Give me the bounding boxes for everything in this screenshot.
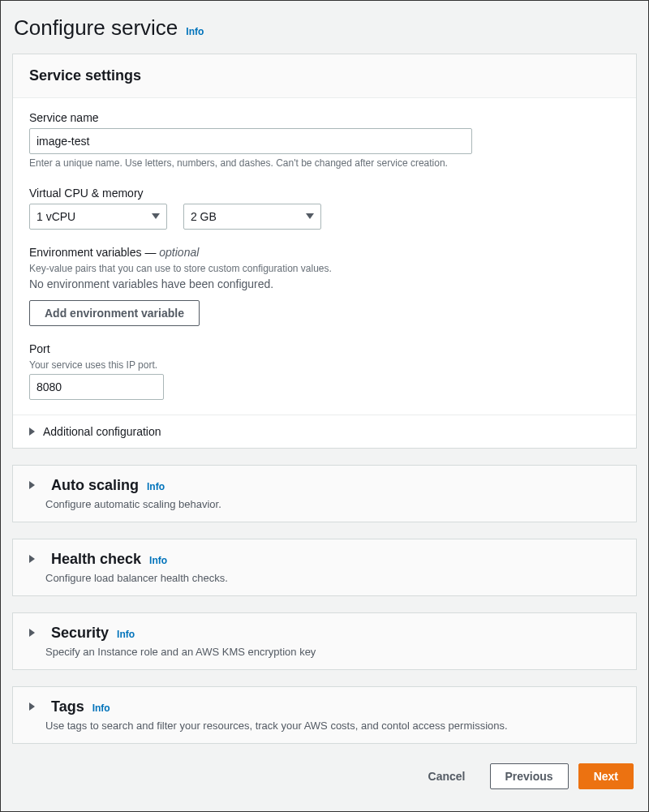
vcpu-memory-label: Virtual CPU & memory <box>29 187 620 200</box>
service-settings-heading: Service settings <box>29 67 620 84</box>
add-env-var-button[interactable]: Add environment variable <box>29 300 200 326</box>
additional-config-title: Additional configuration <box>43 425 161 438</box>
caret-right-icon <box>29 629 35 637</box>
caret-right-icon <box>29 427 35 436</box>
port-label: Port <box>29 342 620 355</box>
caret-down-icon <box>152 213 160 219</box>
security-section[interactable]: Security Info Specify an Instance role a… <box>12 612 637 670</box>
caret-down-icon <box>306 213 314 219</box>
vcpu-select-value: 1 vCPU <box>37 210 75 223</box>
health-check-info-link[interactable]: Info <box>149 555 167 566</box>
env-vars-label: Environment variables — optional <box>29 246 620 259</box>
memory-select-value: 2 GB <box>191 210 217 223</box>
vcpu-select[interactable]: 1 vCPU <box>29 204 167 230</box>
service-name-input[interactable] <box>29 128 472 154</box>
page-heading: Configure service Info <box>14 15 637 41</box>
security-info-link[interactable]: Info <box>117 629 135 640</box>
port-input[interactable] <box>29 374 164 400</box>
service-name-hint: Enter a unique name. Use letters, number… <box>29 157 620 170</box>
page-info-link[interactable]: Info <box>186 26 204 37</box>
env-vars-empty: No environment variables have been confi… <box>29 277 620 290</box>
auto-scaling-desc: Configure automatic scaling behavior. <box>45 498 620 510</box>
service-name-label: Service name <box>29 111 620 124</box>
auto-scaling-info-link[interactable]: Info <box>147 481 165 492</box>
tags-title: Tags <box>51 698 84 715</box>
health-check-title: Health check <box>51 551 141 568</box>
caret-right-icon <box>29 481 35 489</box>
memory-select[interactable]: 2 GB <box>183 204 321 230</box>
service-settings-container: Service settings Service name Enter a un… <box>12 54 637 449</box>
security-desc: Specify an Instance role and an AWS KMS … <box>45 646 620 658</box>
service-settings-header: Service settings <box>13 54 636 98</box>
security-title: Security <box>51 625 109 642</box>
additional-config-toggle[interactable]: Additional configuration <box>13 415 636 448</box>
previous-button[interactable]: Previous <box>490 763 569 789</box>
caret-right-icon <box>29 555 35 563</box>
port-hint: Your service uses this IP port. <box>29 359 620 371</box>
auto-scaling-title: Auto scaling <box>51 477 139 494</box>
tags-info-link[interactable]: Info <box>92 702 110 714</box>
next-button[interactable]: Next <box>578 763 634 789</box>
health-check-desc: Configure load balancer health checks. <box>45 572 620 584</box>
caret-right-icon <box>29 702 35 711</box>
cancel-button[interactable]: Cancel <box>414 763 480 789</box>
health-check-section[interactable]: Health check Info Configure load balance… <box>12 539 637 596</box>
auto-scaling-section[interactable]: Auto scaling Info Configure automatic sc… <box>12 465 637 522</box>
env-vars-hint: Key-value pairs that you can use to stor… <box>29 263 620 274</box>
tags-section[interactable]: Tags Info Use tags to search and filter … <box>12 686 637 744</box>
page-title: Configure service <box>14 15 178 41</box>
wizard-footer: Cancel Previous Next <box>12 760 637 799</box>
tags-desc: Use tags to search and filter your resou… <box>45 720 620 732</box>
